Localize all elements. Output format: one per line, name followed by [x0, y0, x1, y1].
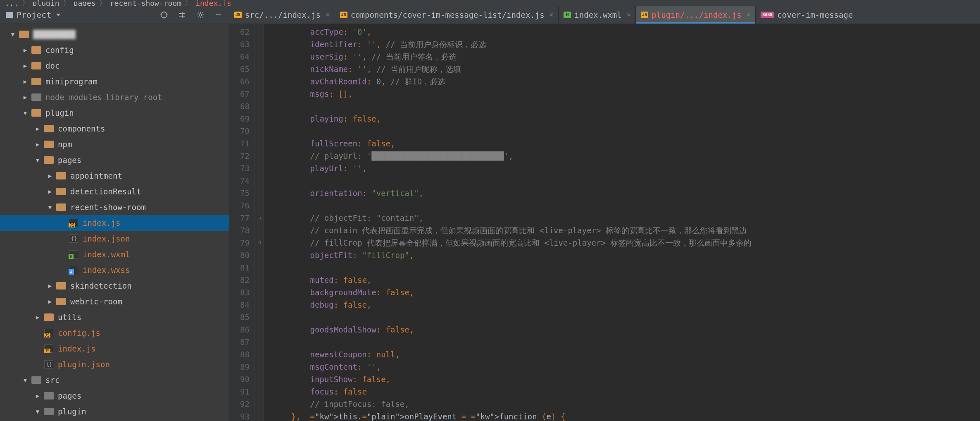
collapse-all-icon[interactable] [178, 10, 187, 19]
folder-icon [31, 77, 41, 86]
expand-arrow-icon[interactable] [22, 78, 28, 85]
tree-label: plugin.json [58, 360, 110, 369]
wxml-file-icon: H [564, 12, 571, 18]
expand-arrow-icon[interactable] [22, 110, 28, 116]
folder-icon [44, 124, 54, 133]
tree-row[interactable]: appointment [0, 168, 229, 184]
expand-arrow-icon[interactable] [35, 141, 40, 148]
breadcrumb-item[interactable]: recent-show-room [110, 0, 181, 6]
tree-row[interactable]: doc [0, 58, 229, 74]
folder-icon [31, 93, 41, 101]
tree-label: pages [58, 391, 81, 400]
folder-icon [44, 392, 54, 400]
tree-row[interactable]: index.wxml [0, 246, 229, 262]
folder-icon [44, 407, 54, 416]
project-tree[interactable]: █████████configdocminiprogramnode_module… [0, 24, 229, 421]
folder-icon [44, 140, 54, 148]
tree-row[interactable]: index.wxss [0, 262, 229, 278]
expand-arrow-icon[interactable] [47, 172, 53, 179]
editor-tab[interactable]: JScomponents/cover-im-message-list/index… [335, 6, 559, 24]
folder-icon [56, 187, 66, 196]
tree-row[interactable]: plugin [0, 404, 229, 419]
editor-tab[interactable]: SASScover-im-message [756, 6, 858, 24]
tree-row[interactable]: █████████ [0, 26, 229, 42]
expand-arrow-icon[interactable] [22, 62, 28, 69]
project-icon [6, 12, 13, 18]
expand-arrow-icon[interactable] [22, 94, 28, 100]
expand-arrow-icon[interactable] [35, 392, 40, 399]
project-tool-header: Project [0, 6, 229, 24]
tree-row[interactable]: pages [0, 388, 229, 404]
tree-row[interactable]: webrtc-room [0, 294, 229, 309]
tab-label: plugin/.../index.js [652, 10, 741, 19]
locate-icon[interactable] [159, 10, 169, 19]
project-title[interactable]: Project [17, 10, 51, 20]
breadcrumb-item[interactable]: plugin [33, 0, 59, 6]
expand-arrow-icon[interactable] [47, 188, 53, 195]
folder-icon [31, 376, 41, 384]
tree-row[interactable]: skindetection [0, 278, 229, 294]
svg-point-8 [199, 14, 202, 16]
tab-label: components/cover-im-message-list/index.j… [351, 10, 545, 19]
editor-tab[interactable]: JSsrc/.../index.js× [229, 6, 335, 24]
close-icon[interactable]: × [627, 11, 631, 19]
close-icon[interactable]: × [747, 11, 751, 19]
editor-tab[interactable]: JSplugin/.../index.js× [636, 6, 756, 24]
expand-arrow-icon[interactable] [35, 408, 40, 415]
expand-arrow-icon[interactable] [47, 204, 53, 210]
tree-row[interactable]: detectionResult [0, 184, 229, 199]
js-file-icon [44, 344, 54, 353]
folder-icon [19, 30, 29, 38]
sass-file-icon: SASS [761, 12, 774, 18]
expand-arrow-icon[interactable] [35, 157, 40, 163]
tree-row[interactable]: index.js [0, 341, 229, 356]
expand-arrow-icon[interactable] [10, 31, 16, 38]
tree-row[interactable]: node_moduleslibrary root [0, 89, 229, 105]
tree-row[interactable]: config.js [0, 325, 229, 341]
tree-label: detectionResult [70, 187, 141, 196]
wxml-file-icon [69, 250, 78, 258]
code-body[interactable]: accType: '0', identifier: '', // 当前用户身份标… [264, 24, 980, 421]
fold-column[interactable]: ⊟⊟ [255, 24, 264, 421]
tree-label: src [45, 376, 59, 385]
tree-row[interactable]: plugin [0, 105, 229, 121]
gear-icon[interactable] [196, 10, 205, 19]
breadcrumb-item[interactable]: pages [74, 0, 96, 6]
tree-label: index.js [83, 218, 121, 227]
svg-rect-9 [216, 14, 221, 15]
chevron-down-icon[interactable] [56, 14, 60, 16]
tree-row[interactable]: index.js [0, 215, 229, 231]
tree-row[interactable]: plugin.json [0, 356, 229, 372]
expand-arrow-icon[interactable] [35, 125, 40, 132]
tree-row[interactable]: pages [0, 152, 229, 168]
expand-arrow-icon[interactable] [47, 298, 53, 305]
tree-row[interactable]: config [0, 42, 229, 58]
close-icon[interactable]: × [549, 11, 554, 19]
tree-label: node_modules [45, 93, 102, 102]
tree-label: index.js [58, 344, 96, 353]
tree-label: index.json [83, 234, 130, 243]
project-sidebar: Project █ [0, 6, 229, 421]
tree-row[interactable]: src [0, 372, 229, 388]
tree-row[interactable]: npm [0, 136, 229, 152]
expand-arrow-icon[interactable] [22, 47, 28, 53]
breadcrumb-item[interactable]: ... [5, 0, 19, 6]
folder-icon [56, 203, 66, 211]
folder-icon [44, 156, 54, 164]
tree-row[interactable]: miniprogram [0, 74, 229, 89]
tree-label: webrtc-room [70, 297, 122, 306]
tree-label: utils [58, 313, 81, 322]
hide-icon[interactable] [214, 10, 223, 19]
expand-arrow-icon[interactable] [22, 377, 28, 383]
editor-tab[interactable]: Hindex.wxml× [559, 6, 636, 24]
expand-arrow-icon[interactable] [47, 282, 53, 289]
breadcrumb-item[interactable]: index.js [195, 0, 231, 6]
tree-row[interactable]: components [0, 121, 229, 136]
tree-row[interactable]: recent-show-room [0, 199, 229, 215]
tree-row[interactable]: utils [0, 309, 229, 325]
tree-row[interactable]: index.json [0, 231, 229, 246]
expand-arrow-icon[interactable] [35, 314, 40, 321]
close-icon[interactable]: × [326, 11, 330, 19]
code-editor[interactable]: 6263646566676869707172737475767778798081… [229, 24, 980, 421]
tree-label: components [58, 124, 105, 133]
